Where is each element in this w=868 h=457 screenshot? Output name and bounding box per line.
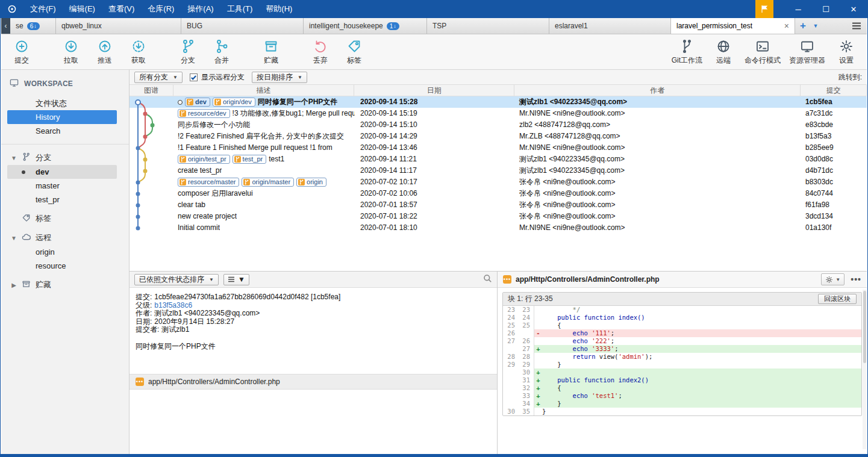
remote-button[interactable]: 远端 <box>707 39 740 66</box>
maximize-button[interactable]: ☐ <box>812 0 840 18</box>
column-header-4[interactable]: 提交 <box>801 85 867 96</box>
branch-button[interactable]: 分支 <box>171 39 205 66</box>
branch-item-resource[interactable]: resource <box>7 259 117 273</box>
close-button[interactable]: ✕ <box>840 0 867 18</box>
settings-button[interactable]: 设置 <box>829 39 863 66</box>
repo-tab-1[interactable]: qbweb_linux <box>56 18 181 34</box>
desc-cell: clear tab <box>173 199 355 211</box>
commit-row-2[interactable]: 同步后修改一个小功能2020-09-14 15:10zlb2 <48874712… <box>130 119 867 131</box>
menu-item-4[interactable]: 操作(A) <box>181 0 220 18</box>
menu-item-2[interactable]: 查看(V) <box>102 0 141 18</box>
new-tab-dropdown-icon[interactable]: ▼ <box>811 18 820 34</box>
sidebar-item-history[interactable]: History <box>7 110 117 124</box>
commit-row-7[interactable]: resource/masterorigin/masterorigin2020-0… <box>130 176 867 188</box>
commit-row-0[interactable]: devorigin/dev同时修复同一个PHP文件2020-09-14 15:2… <box>130 96 867 108</box>
commit-row-5[interactable]: origin/test_prtest_prtest12020-09-14 11:… <box>130 154 867 165</box>
sha-cell: 03d0d8c <box>802 154 868 165</box>
column-header-0[interactable]: 图谱 <box>130 85 173 96</box>
menu-item-1[interactable]: 编辑(E) <box>63 0 102 18</box>
repo-tab-3[interactable]: intelligent_housekeepe1↓ <box>304 18 427 34</box>
branch-badge: origin <box>296 178 326 187</box>
commit-row-8[interactable]: composer 启用laravelui2020-07-02 10:06张令帛 … <box>130 188 867 199</box>
column-header-2[interactable]: 日期 <box>354 85 514 96</box>
flag-button[interactable] <box>755 0 773 18</box>
commit-row-11[interactable]: Initial commit2020-07-01 18:10Mr.NI9NE <… <box>130 222 867 234</box>
scrollbar-thumb[interactable] <box>863 291 866 363</box>
graph-cell <box>130 96 173 108</box>
repo-tab-4[interactable]: TSP <box>427 18 549 34</box>
commit-button[interactable]: 提交 <box>5 39 39 66</box>
repo-tab-0[interactable]: se6↓ <box>10 18 56 34</box>
minimize-button[interactable]: ─ <box>784 0 812 18</box>
view-mode-dropdown[interactable]: ▼ <box>223 274 249 285</box>
sha-cell: a7c31dc <box>802 108 868 119</box>
merge-icon <box>214 39 229 54</box>
hamburger-menu-icon[interactable] <box>846 18 867 34</box>
show-remote-checkbox[interactable] <box>190 73 198 81</box>
tab-scroll-left-icon[interactable]: ‹ <box>1 18 10 34</box>
diff-options-button[interactable]: ▼ <box>821 273 845 285</box>
chevron-down-icon: ▼ <box>209 277 214 282</box>
commit-row-10[interactable]: new create project2020-07-01 18:22张令帛 <n… <box>130 211 867 222</box>
terminal-button[interactable]: 命令行模式 <box>740 39 785 66</box>
branch-item-dev[interactable]: dev <box>7 165 117 179</box>
more-options-icon[interactable]: ••• <box>851 275 861 284</box>
commit-row-6[interactable]: create test_pr2020-09-14 11:17测试zlb1 <94… <box>130 165 867 176</box>
revert-hunk-button[interactable]: 回滚区块 <box>818 294 857 304</box>
push-button[interactable]: 推送 <box>88 39 122 66</box>
changed-file-row[interactable]: ••• app/Http/Controllers/AdminController… <box>130 374 497 390</box>
branch-item-test_pr[interactable]: test_pr <box>7 193 117 207</box>
branch-filter-dropdown[interactable]: 所有分支 ▼ <box>134 72 183 83</box>
commit-row-3[interactable]: !2 Feature2 Finished 扁平化合并, 分支中的多次提交2020… <box>130 131 867 142</box>
menu-item-5[interactable]: 工具(T) <box>220 0 260 18</box>
stash-icon <box>263 39 279 54</box>
fetch-button[interactable]: 获取 <box>122 39 155 66</box>
sidebar-section-3[interactable]: ▶贮藏 <box>1 278 129 292</box>
diff-code: } <box>542 400 861 408</box>
parent-sha-link[interactable]: b13f5a38c6 <box>154 302 192 310</box>
tab-close-icon[interactable]: × <box>784 22 789 30</box>
diff-scrollbar[interactable] <box>863 290 867 449</box>
file-sort-dropdown[interactable]: 已依照文件状态排序 ▼ <box>134 274 219 285</box>
sidebar-section-0[interactable]: ▼分支 <box>1 151 129 165</box>
branch-badge: resource/dev <box>178 109 230 118</box>
sidebar-item-文件状态[interactable]: 文件状态 <box>7 96 117 110</box>
merge-button[interactable]: 合并 <box>205 39 239 66</box>
search-icon[interactable] <box>483 274 492 285</box>
commit-row-9[interactable]: clear tab2020-07-01 18:57张令帛 <ni9ne@outl… <box>130 199 867 211</box>
gitflow-button[interactable]: Git工作流 <box>667 39 707 66</box>
code-token: { <box>542 322 561 329</box>
new-line-number: 24 <box>519 314 534 322</box>
commit-row-4[interactable]: !1 Feature 1 Finished Merge pull request… <box>130 142 867 154</box>
commit-row-1[interactable]: resource/dev!3 功能修改,修复bug1; Merge pull r… <box>130 108 867 119</box>
tab-label: TSP <box>432 22 446 30</box>
desc-cell: 同步后修改一个小功能 <box>173 119 355 131</box>
repo-tab-5[interactable]: eslaravel1 <box>549 18 671 34</box>
menu-item-6[interactable]: 帮助(H) <box>259 0 299 18</box>
code-token: echo <box>542 392 592 399</box>
sidebar-section-2[interactable]: ▼远程 <box>1 231 129 245</box>
branch-item-origin[interactable]: origin <box>7 245 117 259</box>
author-cell: 测试zlb1 <940223345@qq.com> <box>516 96 802 108</box>
explorer-button[interactable]: 资源管理器 <box>785 39 829 66</box>
repo-tab-6[interactable]: laravel_permission_test× <box>671 18 795 34</box>
column-header-1[interactable]: 描述 <box>173 85 354 96</box>
sidebar-item-search[interactable]: Search <box>7 124 117 138</box>
branch-item-master[interactable]: master <box>7 179 117 193</box>
discard-button[interactable]: 丢弃 <box>304 39 337 66</box>
menu-item-3[interactable]: 仓库(R) <box>141 0 181 18</box>
pull-button[interactable]: 拉取 <box>54 39 88 66</box>
sidebar-section-1[interactable]: 标签 <box>1 211 129 226</box>
show-remote-checkbox-wrap[interactable]: 显示远程分支 <box>190 72 245 82</box>
desc-cell: resource/dev!3 功能修改,修复bug1; Merge pull r… <box>173 108 355 119</box>
sort-order-dropdown[interactable]: 按日期排序 ▼ <box>252 72 307 83</box>
sha-cell: e83cbde <box>802 119 868 131</box>
sha-cell: f61fa98 <box>802 199 868 211</box>
stash-button[interactable]: 贮藏 <box>254 39 288 66</box>
tag-button[interactable]: 标签 <box>337 39 371 66</box>
column-header-3[interactable]: 作者 <box>514 85 801 96</box>
section-label: 远程 <box>36 232 51 243</box>
repo-tab-2[interactable]: BUG <box>181 18 304 34</box>
menu-item-0[interactable]: 文件(F) <box>23 0 63 18</box>
new-tab-button[interactable]: + <box>795 18 811 34</box>
